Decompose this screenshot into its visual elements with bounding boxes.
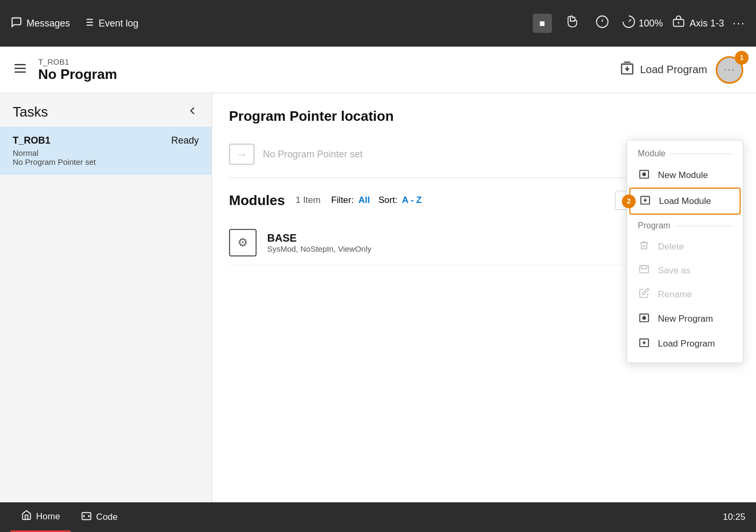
sort-value: A - Z	[402, 195, 421, 205]
callout-badge-2: 2	[622, 194, 636, 208]
save-as-button[interactable]: Save as	[627, 259, 743, 282]
topbar-more-button[interactable]: ···	[733, 16, 745, 30]
pointer-text: No Program Pointer set	[263, 149, 363, 160]
modules-title: Modules	[229, 192, 285, 209]
task-item[interactable]: T_ROB1 Ready Normal No Program Pointer s…	[0, 127, 212, 175]
home-button[interactable]: Home	[11, 502, 71, 532]
sort-label: Sort: A - Z	[379, 195, 422, 206]
task-detail-2: No Program Pointer set	[13, 157, 199, 166]
speed-percent: 100%	[639, 18, 663, 29]
load-module-button[interactable]: Load Module 2	[629, 188, 741, 215]
sidebar: Tasks T_ROB1 Ready Normal No Program Poi…	[0, 93, 212, 502]
new-program-label: New Program	[658, 314, 713, 324]
star-icon	[595, 15, 609, 32]
more-options-icon: ···	[724, 64, 735, 75]
speed-icon	[622, 15, 636, 32]
event-log-label: Event log	[99, 18, 138, 29]
task-detail-1: Normal	[13, 148, 199, 157]
delete-icon	[638, 240, 650, 253]
delete-button[interactable]: Delete	[627, 235, 743, 259]
load-program-button[interactable]: Load Program	[620, 61, 707, 78]
collapse-sidebar-button[interactable]	[186, 104, 199, 120]
load-module-icon	[639, 194, 652, 208]
messages-label: Messages	[27, 18, 70, 29]
home-icon	[21, 510, 32, 523]
module-desc: SysMod, NoStepIn, ViewOnly	[267, 244, 371, 253]
hand-button[interactable]	[560, 13, 583, 34]
new-module-button[interactable]: New Module	[627, 163, 743, 188]
menu-icon[interactable]	[13, 61, 28, 79]
load-module-label: Load Module	[659, 196, 711, 207]
load-program-menu-button[interactable]: Load Program	[627, 331, 743, 356]
load-program-menu-label: Load Program	[658, 339, 715, 349]
topbar-more-icon: ···	[733, 16, 745, 30]
module-info: BASE SysMod, NoStepIn, ViewOnly	[267, 232, 371, 253]
filter-value: All	[358, 195, 370, 205]
load-program-label: Load Program	[640, 64, 707, 76]
svg-rect-22	[641, 265, 647, 269]
event-log-button[interactable]: Event log	[83, 16, 138, 31]
task-status: Ready	[171, 135, 199, 146]
tasks-title: Tasks	[13, 104, 48, 120]
speed-group: 100%	[622, 15, 663, 32]
robot-name: T_ROB1	[38, 57, 117, 66]
sub-header-actions: Load Program ··· 1	[620, 56, 743, 84]
task-name: T_ROB1	[13, 135, 50, 146]
axis-group[interactable]: Axis 1-3	[672, 15, 724, 32]
stop-icon: ■	[539, 18, 545, 29]
new-module-icon	[638, 168, 650, 182]
module-icon: ⚙	[229, 229, 257, 256]
home-label: Home	[36, 511, 60, 522]
rename-label: Rename	[658, 289, 692, 300]
save-as-icon	[638, 264, 650, 277]
task-item-row: T_ROB1 Ready	[13, 135, 199, 146]
rename-button[interactable]: Rename	[627, 282, 743, 306]
callout-badge-1: 1	[735, 51, 749, 65]
code-icon	[81, 511, 92, 524]
new-module-label: New Module	[658, 170, 708, 181]
load-program-menu-icon	[638, 336, 650, 351]
new-program-button[interactable]: New Program	[627, 306, 743, 331]
svg-rect-21	[640, 265, 649, 272]
robot-icon	[672, 15, 685, 32]
new-program-icon	[638, 312, 650, 326]
pointer-arrow-icon: →	[229, 144, 254, 165]
stop-button[interactable]: ■	[533, 14, 552, 33]
save-as-label: Save as	[658, 265, 690, 276]
main-area: Tasks T_ROB1 Ready Normal No Program Poi…	[0, 93, 756, 502]
sub-header-title-group: T_ROB1 No Program	[38, 57, 117, 83]
program-section-label: Program	[627, 219, 743, 235]
star-button[interactable]	[591, 13, 613, 34]
sidebar-header: Tasks	[0, 93, 212, 127]
main-content: Program Pointer location → No Program Po…	[212, 93, 756, 502]
modules-count: 1 Item	[295, 195, 320, 206]
filter-label: Filter: All	[331, 195, 370, 206]
dropdown-menu: Module New Module Load Module	[627, 140, 743, 363]
top-bar-left: Messages Event log	[11, 16, 522, 31]
module-name: BASE	[267, 232, 371, 244]
messages-button[interactable]: Messages	[11, 16, 70, 31]
sub-header: T_ROB1 No Program Load Program ··· 1	[0, 47, 756, 93]
bottom-bar: Home Code 10:25	[0, 502, 756, 532]
program-status: No Program	[38, 66, 117, 83]
rename-icon	[638, 288, 650, 301]
pointer-section-title: Program Pointer location	[229, 108, 739, 125]
module-section-label: Module	[627, 147, 743, 163]
top-bar: Messages Event log ■	[0, 0, 756, 47]
hand-icon	[565, 15, 578, 32]
messages-icon	[11, 16, 22, 31]
axis-label: Axis 1-3	[690, 18, 724, 29]
delete-label: Delete	[658, 242, 684, 252]
top-bar-right: ■ 100%	[533, 13, 745, 34]
filter-sort-group: Filter: All Sort: A - Z	[331, 195, 422, 206]
load-program-icon	[620, 61, 635, 78]
code-button[interactable]: Code	[71, 502, 128, 532]
event-log-icon	[83, 16, 94, 31]
code-label: Code	[96, 512, 118, 522]
time-display: 10:25	[723, 512, 745, 522]
